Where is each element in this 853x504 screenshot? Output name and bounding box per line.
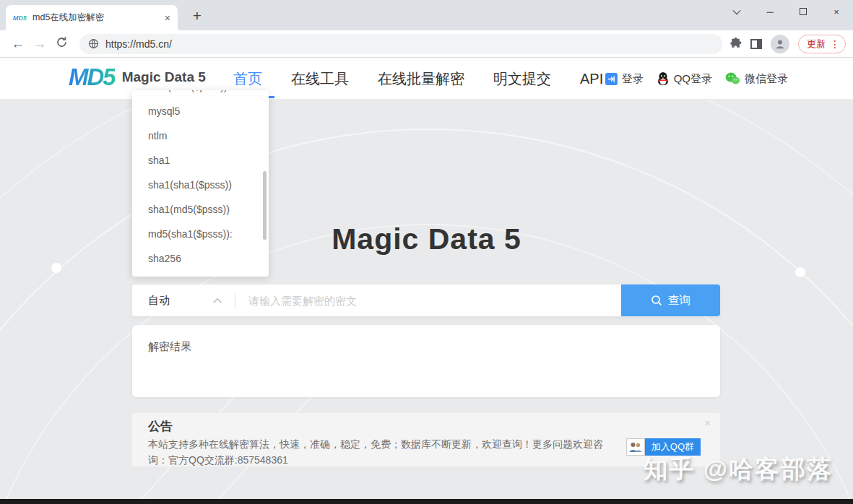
extensions-puzzle-icon[interactable] <box>729 38 742 50</box>
browser-window: MD5 md5在线加密解密 × + ─ × ← → https://md5.cn <box>0 0 853 504</box>
option-sha1-sha1[interactable]: sha1(sha1($psss)) <box>132 173 269 197</box>
browser-toolbar: ← → https://md5.cn/ <box>0 30 853 58</box>
browser-menu-icon[interactable]: ⋮ <box>830 38 840 50</box>
ciphertext-input[interactable] <box>235 295 621 307</box>
wechat-login-link[interactable]: 微信登录 <box>725 72 788 86</box>
window-maximize-button[interactable] <box>787 0 820 23</box>
chevron-up-icon <box>213 298 221 306</box>
option-sha256[interactable]: sha256 <box>132 246 269 271</box>
qq-group-people-icon <box>626 438 645 456</box>
nav-item-online-tools[interactable]: 在线工具 <box>291 69 349 89</box>
reload-button[interactable] <box>51 36 72 52</box>
qq-penguin-icon <box>657 71 670 86</box>
tab-close-icon[interactable]: × <box>165 12 170 24</box>
decrypt-result-panel: 解密结果 <box>132 325 720 397</box>
maximize-icon <box>800 8 807 15</box>
nav-item-batch-decrypt[interactable]: 在线批量解密 <box>378 69 464 89</box>
tab-title: md5在线加密解密 <box>33 12 160 24</box>
window-close-button[interactable]: × <box>820 0 853 23</box>
decrypt-search-bar: 自动 查询 <box>132 284 720 316</box>
decor-dot-right <box>795 267 805 277</box>
address-bar[interactable]: https://md5.cn/ <box>79 34 722 54</box>
logo-md5-mark: MD5 <box>69 64 115 91</box>
algorithm-dropdown: md5(md5($psss)) mysql5 ntlm sha1 sha1(sh… <box>132 90 269 277</box>
announcement-title: 公告 <box>148 418 173 435</box>
side-panel-icon[interactable] <box>750 39 762 49</box>
chevron-down-icon <box>732 6 740 14</box>
reload-icon <box>56 36 68 48</box>
window-chevron-down-icon[interactable] <box>720 0 753 23</box>
query-button-label: 查询 <box>668 293 691 308</box>
window-minimize-button[interactable]: ─ <box>753 0 787 23</box>
window-controls: ─ × <box>720 0 853 23</box>
browser-tab[interactable]: MD5 md5在线加密解密 × <box>6 5 178 30</box>
option-md5-sha1[interactable]: md5(sha1($psss)): <box>132 222 269 246</box>
option-sha1[interactable]: sha1 <box>132 148 269 173</box>
announcement-body: 本站支持多种在线解密算法，快速，准确，稳定，免费；数据库不断更新，欢迎查询！更多… <box>148 436 610 468</box>
qq-login-label: QQ登录 <box>674 72 712 86</box>
login-label: 登录 <box>622 72 644 86</box>
login-icon <box>605 73 618 85</box>
option-clipped-top[interactable]: md5(md5($psss)) <box>132 90 269 99</box>
query-button[interactable]: 查询 <box>621 284 720 316</box>
bottom-dark-strip <box>0 499 853 504</box>
search-icon <box>651 295 662 306</box>
toolbar-right: 更新 ⋮ <box>729 35 846 53</box>
page-title: Magic Data 5 <box>0 222 853 256</box>
forward-button[interactable]: → <box>29 36 51 52</box>
new-tab-button[interactable]: + <box>186 6 208 27</box>
user-icon <box>774 38 786 50</box>
profile-avatar[interactable] <box>771 35 789 53</box>
option-ntlm[interactable]: ntlm <box>132 123 269 148</box>
wechat-icon <box>725 72 740 85</box>
globe-icon <box>88 38 99 49</box>
option-sha1-md5[interactable]: sha1(md5($psss)) <box>132 197 269 222</box>
titlebar: MD5 md5在线加密解密 × + ─ × <box>0 0 853 30</box>
update-label: 更新 <box>807 38 826 51</box>
option-mysql5[interactable]: mysql5 <box>132 99 269 123</box>
side-panel-fill <box>757 40 761 48</box>
nav-item-home[interactable]: 首页 <box>233 69 262 89</box>
qq-login-link[interactable]: QQ登录 <box>657 71 712 86</box>
announcement-panel: 公告 × 本站支持多种在线解密算法，快速，准确，稳定，免费；数据库不断更新，欢迎… <box>132 413 720 466</box>
dropdown-scrollbar-thumb[interactable] <box>263 171 267 240</box>
announcement-close-icon[interactable]: × <box>704 417 711 429</box>
chrome-update-button[interactable]: 更新 ⋮ <box>798 35 846 53</box>
auth-links: 登录 QQ登录 微信 <box>605 58 788 100</box>
nav-item-api[interactable]: API <box>580 71 603 87</box>
algorithm-select-value: 自动 <box>148 294 170 308</box>
logo-site-name: Magic Data 5 <box>122 69 206 85</box>
site-logo[interactable]: MD5 Magic Data 5 <box>69 64 206 91</box>
zhihu-watermark: 知乎 @哈客部落 <box>643 453 833 486</box>
login-link[interactable]: 登录 <box>605 72 644 86</box>
result-label: 解密结果 <box>132 325 720 354</box>
decor-dot-left <box>51 263 61 273</box>
wechat-login-label: 微信登录 <box>745 72 788 86</box>
algorithm-select[interactable]: 自动 <box>132 294 235 308</box>
site-navbar: MD5 Magic Data 5 首页 在线工具 在线批量解密 明文提交 API… <box>0 58 853 100</box>
site-favicon-icon: MD5 <box>13 14 27 22</box>
nav-item-plaintext-submit[interactable]: 明文提交 <box>493 69 551 89</box>
search-input-group: 自动 <box>132 284 621 316</box>
main-nav: 首页 在线工具 在线批量解密 明文提交 API <box>233 58 603 100</box>
back-button[interactable]: ← <box>7 36 29 52</box>
algorithm-options: md5(md5($psss)) mysql5 ntlm sha1 sha1(sh… <box>132 90 269 271</box>
url-text: https://md5.cn/ <box>105 38 172 50</box>
